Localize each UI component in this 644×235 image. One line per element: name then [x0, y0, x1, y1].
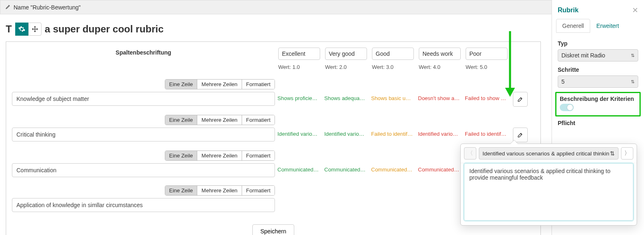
header-label: Name "Rubric-Bewertung"	[14, 4, 81, 11]
criteria-select-value: Identified various scenarios & applied c…	[482, 151, 609, 157]
chevron-right-icon: 〉	[624, 150, 630, 157]
column-header-input[interactable]: Needs work	[419, 48, 461, 60]
criteria-cell[interactable]: Doesn't show a…	[417, 92, 462, 107]
column-header-input[interactable]: Poor	[466, 48, 508, 60]
svg-marker-1	[505, 88, 515, 97]
seg-formatted[interactable]: Formatiert	[242, 151, 275, 160]
select-typ[interactable]: Diskret mit Radio ⇅	[558, 49, 638, 62]
row-format-segmented: Eine Zeile Mehrere Zeilen Formatiert	[165, 151, 275, 161]
save-button[interactable]: Speichern	[252, 224, 294, 235]
column-value: Wert: 5.0	[464, 60, 509, 71]
seg-formatted[interactable]: Formatiert	[242, 115, 275, 125]
criteria-cell[interactable]: Communicated…	[417, 163, 462, 177]
tool-pair	[15, 23, 42, 36]
seg-one-line[interactable]: Eine Zeile	[165, 151, 198, 160]
select-steps-value: 5	[561, 78, 565, 85]
header-bar: Name "Rubric-Bewertung"	[0, 0, 644, 14]
next-button[interactable]: 〉	[621, 147, 633, 160]
highlight-criteria-description: Beschreibung der Kriterien	[555, 92, 641, 116]
tab-general[interactable]: Generell	[556, 19, 590, 33]
toggle-criteria-desc[interactable]	[560, 104, 574, 111]
seg-multi-line[interactable]: Mehrere Zeilen	[197, 115, 242, 125]
prev-button[interactable]: 〈	[464, 147, 476, 160]
gear-button[interactable]	[15, 23, 28, 36]
criteria-cell[interactable]: Failed to identif…	[370, 128, 415, 142]
column-header-input[interactable]: Excellent	[278, 48, 320, 60]
rubric-grid: Spaltenbeschriftung Excellent Very good …	[12, 48, 535, 212]
criteria-cell[interactable]: Communicated…	[277, 163, 322, 177]
criteria-cell[interactable]: Shows proficie…	[277, 92, 322, 107]
criteria-cell[interactable]: Communicated…	[323, 163, 369, 177]
select-typ-value: Diskret mit Radio	[561, 52, 605, 59]
column-header-input[interactable]: Good	[372, 48, 414, 60]
seg-formatted[interactable]: Formatiert	[242, 186, 275, 195]
row-format-segmented: Eine Zeile Mehrere Zeilen Formatiert	[165, 115, 275, 125]
row-label-input[interactable]: Communication	[12, 163, 275, 177]
title-prefix: T	[6, 23, 14, 35]
select-steps[interactable]: 5 ⇅	[558, 75, 638, 88]
seg-multi-line[interactable]: Mehrere Zeilen	[197, 186, 242, 195]
row-format-segmented: Eine Zeile Mehrere Zeilen Formatiert	[165, 185, 275, 196]
row-label-input[interactable]: Critical thinking	[12, 128, 275, 141]
criteria-cell[interactable]: Failed to show …	[464, 92, 509, 107]
pencil-icon	[5, 4, 11, 11]
sidebar-title: Rubrik	[558, 7, 579, 14]
label-pflicht: Pflicht	[558, 120, 638, 126]
column-value: Wert: 3.0	[370, 60, 415, 71]
criteria-cell[interactable]: Identified vario…	[323, 128, 369, 142]
criteria-cell[interactable]: Identified vario…	[417, 128, 462, 142]
column-value: Wert: 2.0	[323, 60, 369, 71]
column-label-heading: Spaltenbeschriftung	[12, 48, 275, 60]
chevron-updown-icon: ⇅	[610, 150, 615, 157]
seg-multi-line[interactable]: Mehrere Zeilen	[197, 151, 242, 160]
seg-one-line[interactable]: Eine Zeile	[165, 115, 198, 125]
column-value: Wert: 4.0	[417, 60, 462, 71]
criteria-cell[interactable]: Shows basic u…	[370, 92, 415, 107]
criteria-select[interactable]: Identified various scenarios & applied c…	[479, 147, 619, 160]
annotation-arrow-icon	[505, 31, 522, 101]
criteria-cell[interactable]: Failed to identif…	[464, 128, 509, 142]
row-format-segmented: Eine Zeile Mehrere Zeilen Formatiert	[165, 79, 275, 89]
chevron-updown-icon: ⇅	[631, 79, 635, 84]
seg-multi-line[interactable]: Mehrere Zeilen	[197, 80, 242, 89]
title-suffix: a super duper cool rubric	[43, 23, 164, 35]
criteria-cell[interactable]: Shows adequat…	[323, 92, 369, 107]
column-value: Wert: 1.0	[277, 60, 322, 71]
seg-one-line[interactable]: Eine Zeile	[165, 80, 198, 89]
column-header-input[interactable]: Very good	[325, 48, 367, 60]
close-icon[interactable]: ✕	[632, 6, 638, 15]
criteria-editor-popover: 〈 Identified various scenarios & applied…	[460, 144, 637, 226]
label-steps: Schritte	[558, 66, 638, 73]
tab-advanced[interactable]: Erweitert	[590, 19, 625, 33]
seg-one-line[interactable]: Eine Zeile	[165, 186, 198, 195]
seg-formatted[interactable]: Formatiert	[242, 80, 275, 89]
rubric-title-row: T a super duper cool rubric	[6, 23, 541, 36]
label-criteria-desc: Beschreibung der Kriterien	[560, 96, 636, 102]
chevron-left-icon: 〈	[467, 150, 473, 157]
criteria-cell[interactable]: Communicated…	[370, 163, 415, 177]
row-label-input[interactable]: Knowledge of subject matter	[12, 92, 275, 106]
criteria-textarea[interactable]	[464, 163, 633, 221]
label-typ: Typ	[558, 40, 638, 47]
row-label-input[interactable]: Application of knowledge in simllar circ…	[12, 198, 275, 212]
move-button[interactable]	[28, 23, 42, 36]
criteria-cell[interactable]: Identified vario…	[277, 128, 322, 142]
chevron-updown-icon: ⇅	[631, 53, 635, 58]
